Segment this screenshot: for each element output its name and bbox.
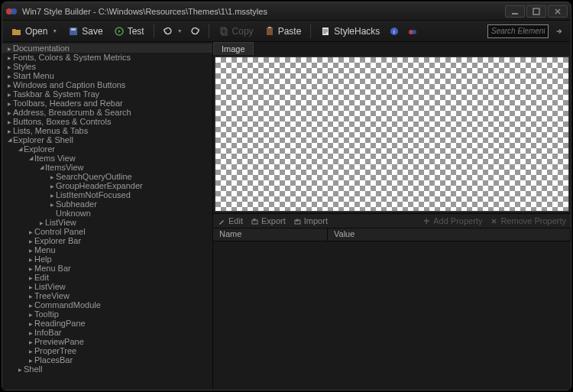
- paste-button[interactable]: Paste: [260, 24, 306, 38]
- save-button[interactable]: Save: [63, 24, 107, 38]
- search-box[interactable]: [487, 24, 549, 38]
- maximize-button[interactable]: [526, 5, 546, 18]
- info-button[interactable]: i: [386, 24, 403, 38]
- chevron-right-icon[interactable]: [5, 101, 13, 106]
- color-tool-button[interactable]: [404, 24, 421, 38]
- tree-item[interactable]: ProperTree: [2, 346, 212, 355]
- chevron-right-icon[interactable]: [5, 46, 13, 51]
- tree-item[interactable]: Subheader: [2, 199, 212, 209]
- tree-item[interactable]: Control Panel: [2, 227, 212, 236]
- tree-item[interactable]: Buttons, Boxes & Controls: [2, 117, 212, 126]
- tree-item[interactable]: Explorer Bar: [2, 236, 212, 245]
- search-go-button[interactable]: [552, 24, 566, 38]
- chevron-right-icon[interactable]: [48, 193, 56, 198]
- chevron-right-icon[interactable]: [27, 312, 34, 317]
- chevron-right-icon[interactable]: [5, 55, 13, 60]
- tree-item[interactable]: Toolbars, Headers and Rebar: [2, 99, 212, 108]
- tree-item[interactable]: Fonts, Colors & System Metrics: [2, 53, 212, 62]
- tree-item[interactable]: ReadingPane: [2, 319, 212, 328]
- stylehacks-button[interactable]: StyleHacks: [316, 24, 384, 38]
- chevron-down-icon[interactable]: [27, 155, 34, 161]
- chevron-down-icon[interactable]: [5, 137, 13, 143]
- chevron-down-icon[interactable]: [16, 146, 24, 152]
- add-property-button[interactable]: Add Property: [419, 216, 485, 225]
- tree-item[interactable]: Tooltip: [2, 309, 212, 319]
- chevron-right-icon[interactable]: [27, 238, 34, 244]
- edit-button[interactable]: Edit: [215, 216, 246, 225]
- tree-item[interactable]: Start Menu: [2, 71, 212, 80]
- chevron-right-icon[interactable]: [27, 348, 34, 354]
- chevron-right-icon[interactable]: [27, 257, 34, 262]
- tree-item-label: ListItemNotFocused: [56, 190, 131, 199]
- import-button[interactable]: Import: [290, 216, 331, 225]
- tree-item[interactable]: Edit: [2, 273, 212, 282]
- undo-button[interactable]: ▼: [159, 24, 186, 38]
- chevron-right-icon[interactable]: [27, 321, 34, 326]
- tree-panel[interactable]: DocumentationFonts, Colors & System Metr…: [2, 42, 213, 390]
- chevron-right-icon[interactable]: [27, 266, 34, 271]
- chevron-down-icon[interactable]: [37, 164, 45, 170]
- redo-button[interactable]: [187, 24, 204, 38]
- chevron-right-icon[interactable]: [37, 220, 45, 225]
- tree-item[interactable]: Menu Bar: [2, 264, 212, 273]
- tree-item[interactable]: ItemsView: [2, 163, 212, 172]
- column-value[interactable]: Value: [328, 228, 571, 241]
- chevron-right-icon[interactable]: [5, 128, 13, 134]
- tree-item[interactable]: Documentation: [2, 44, 212, 53]
- chevron-right-icon[interactable]: [27, 284, 34, 290]
- chevron-right-icon[interactable]: [16, 367, 24, 372]
- tree-item[interactable]: Address, Breadcrumb & Search: [2, 108, 212, 117]
- tree-item[interactable]: Taskbar & System Tray: [2, 89, 212, 99]
- chevron-right-icon[interactable]: [5, 110, 13, 115]
- tree-item[interactable]: Lists, Menus & Tabs: [2, 126, 212, 135]
- chevron-right-icon[interactable]: [27, 229, 34, 235]
- chevron-right-icon[interactable]: [48, 183, 56, 189]
- titlebar[interactable]: Win7 Style Builder - C:\Windows\Resource…: [2, 2, 571, 21]
- tree-item[interactable]: CommandModule: [2, 300, 212, 309]
- chevron-right-icon[interactable]: [27, 293, 34, 299]
- tree-item[interactable]: Styles: [2, 62, 212, 71]
- tab-image[interactable]: Image: [213, 42, 254, 55]
- copy-button[interactable]: Copy: [214, 24, 258, 38]
- tree-item[interactable]: ListItemNotFocused: [2, 190, 212, 199]
- tree-item[interactable]: ListView: [2, 282, 212, 291]
- chevron-right-icon[interactable]: [27, 303, 34, 308]
- tree-item[interactable]: Unknown: [2, 209, 212, 218]
- chevron-right-icon[interactable]: [27, 339, 34, 345]
- chevron-right-icon[interactable]: [5, 73, 13, 79]
- tree-item[interactable]: InfoBar: [2, 328, 212, 337]
- close-button[interactable]: [548, 5, 568, 18]
- chevron-right-icon[interactable]: [5, 119, 13, 125]
- chevron-right-icon[interactable]: [27, 358, 34, 363]
- remove-property-button[interactable]: Remove Property: [487, 216, 569, 225]
- tree-item[interactable]: PlacesBar: [2, 355, 212, 364]
- chevron-right-icon[interactable]: [48, 174, 56, 180]
- search-input[interactable]: [488, 27, 548, 35]
- tree-item[interactable]: Shell: [2, 364, 212, 374]
- tree-item[interactable]: PreviewPane: [2, 337, 212, 346]
- chevron-right-icon[interactable]: [5, 92, 13, 97]
- tree-item[interactable]: Explorer: [2, 144, 212, 154]
- chevron-right-icon[interactable]: [27, 330, 34, 335]
- export-button[interactable]: Export: [248, 216, 289, 225]
- chevron-right-icon[interactable]: [5, 64, 13, 70]
- open-button[interactable]: Open ▼: [7, 24, 62, 38]
- tree-item[interactable]: GroupHeaderExpander: [2, 181, 212, 190]
- column-name[interactable]: Name: [213, 228, 328, 241]
- tree-item[interactable]: Items View: [2, 154, 212, 163]
- tree-item[interactable]: Explorer & Shell: [2, 135, 212, 144]
- chevron-right-icon[interactable]: [27, 275, 34, 280]
- chevron-right-icon[interactable]: [48, 202, 56, 207]
- chevron-right-icon[interactable]: [5, 83, 13, 88]
- tree-item[interactable]: ListView: [2, 218, 212, 227]
- tree-item-label: TreeView: [34, 291, 70, 300]
- chevron-right-icon[interactable]: [27, 248, 34, 253]
- tree-item[interactable]: Windows and Caption Buttons: [2, 80, 212, 89]
- tree-item[interactable]: TreeView: [2, 291, 212, 300]
- tree-item[interactable]: Help: [2, 254, 212, 264]
- tree-item[interactable]: Menu: [2, 245, 212, 254]
- test-button[interactable]: Test: [109, 24, 149, 38]
- minimize-button[interactable]: [505, 5, 525, 18]
- image-viewer[interactable]: [215, 57, 569, 212]
- tree-item[interactable]: SearchQueryOutline: [2, 172, 212, 181]
